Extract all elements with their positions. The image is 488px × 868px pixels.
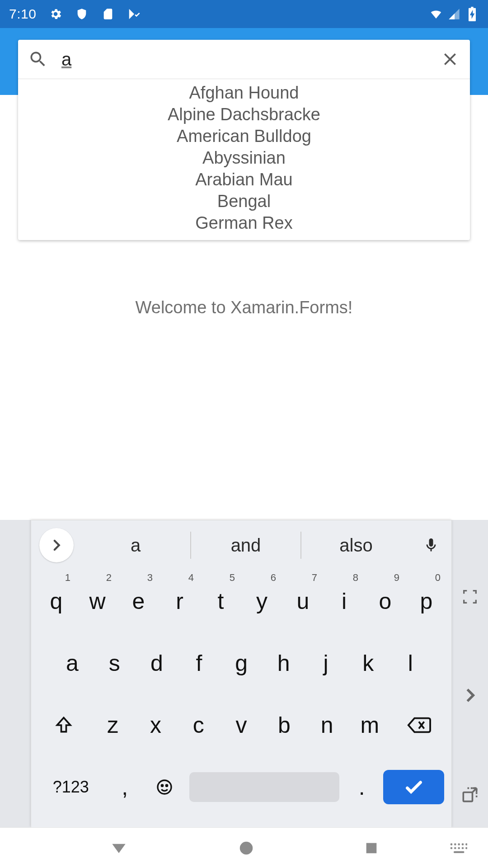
chevron-right-icon: [49, 538, 64, 553]
suggestion-item[interactable]: Arabian Mau: [18, 169, 470, 190]
svg-point-9: [462, 843, 464, 845]
kb-fullscreen-button[interactable]: [461, 588, 479, 606]
key-r[interactable]: r4: [159, 570, 200, 632]
key-s[interactable]: s: [94, 632, 136, 694]
svg-rect-3: [463, 793, 472, 802]
shift-icon: [54, 715, 74, 735]
key-symbols[interactable]: ?123: [36, 778, 106, 797]
kb-next-button[interactable]: [460, 685, 480, 705]
suggestion-item[interactable]: Afghan Hound: [18, 82, 470, 104]
kb-expand-button[interactable]: [39, 528, 74, 562]
key-m[interactable]: m: [348, 694, 391, 756]
svg-point-12: [454, 847, 456, 849]
key-q[interactable]: q1: [36, 570, 77, 632]
soft-keyboard: a and also q1 w2 e3 r4 t5 y6 u7 i8 o9: [0, 520, 488, 827]
nav-recents-button[interactable]: [364, 840, 379, 856]
key-c[interactable]: c: [177, 694, 220, 756]
key-n[interactable]: n: [305, 694, 348, 756]
key-t[interactable]: t5: [200, 570, 241, 632]
kb-suggestion-strip: a and also: [31, 520, 451, 570]
search-bar: [18, 40, 470, 79]
suggestion-item[interactable]: German Rex: [18, 212, 470, 234]
key-enter[interactable]: [383, 770, 444, 804]
kb-suggestion[interactable]: a: [81, 535, 190, 556]
svg-point-7: [454, 843, 456, 845]
close-icon: [441, 50, 459, 68]
chevron-right-icon: [460, 685, 480, 705]
key-shift[interactable]: [36, 694, 91, 756]
key-f[interactable]: f: [178, 632, 221, 694]
key-u[interactable]: u7: [282, 570, 324, 632]
svg-point-8: [458, 843, 460, 845]
kb-row-4: ?123 , .: [36, 756, 447, 818]
key-e[interactable]: e3: [118, 570, 159, 632]
suggestion-item[interactable]: Alpine Dachsbracke: [18, 104, 470, 125]
key-v[interactable]: v: [220, 694, 263, 756]
key-d[interactable]: d: [136, 632, 178, 694]
key-g[interactable]: g: [220, 632, 263, 694]
status-time: 7:10: [9, 6, 36, 22]
svg-rect-5: [366, 843, 377, 853]
key-i[interactable]: i8: [324, 570, 365, 632]
key-p[interactable]: p0: [406, 570, 447, 632]
key-h[interactable]: h: [263, 632, 305, 694]
kb-float-button[interactable]: [460, 785, 480, 805]
kb-suggestion[interactable]: and: [191, 535, 300, 556]
navigation-bar: [0, 827, 488, 868]
status-bar: 7:10: [0, 0, 488, 28]
circle-icon: [238, 840, 255, 857]
kb-mic-button[interactable]: [411, 537, 451, 553]
svg-point-4: [240, 841, 253, 854]
welcome-text: Welcome to Xamarin.Forms!: [136, 298, 353, 317]
key-k[interactable]: k: [347, 632, 389, 694]
key-emoji[interactable]: [144, 778, 186, 796]
clear-search-button[interactable]: [440, 49, 460, 69]
key-o[interactable]: o9: [365, 570, 406, 632]
key-z[interactable]: z: [91, 694, 134, 756]
microphone-icon: [423, 537, 439, 553]
suggestion-list: Afghan Hound Alpine Dachsbracke American…: [18, 79, 470, 240]
wifi-icon: [429, 7, 443, 21]
search-icon: [28, 49, 48, 69]
square-icon: [364, 840, 379, 856]
suggestion-item[interactable]: Abyssinian: [18, 147, 470, 169]
svg-point-14: [462, 847, 464, 849]
svg-point-2: [166, 785, 168, 786]
key-backspace[interactable]: [391, 694, 447, 756]
kb-row-1: q1 w2 e3 r4 t5 y6 u7 i8 o9 p0: [36, 570, 447, 632]
nav-home-button[interactable]: [238, 840, 255, 857]
fullscreen-icon: [461, 588, 479, 606]
search-input[interactable]: [48, 49, 440, 70]
gear-icon: [49, 7, 62, 21]
svg-point-1: [162, 785, 163, 786]
shield-icon: [75, 7, 89, 21]
nav-keyboard-switch-button[interactable]: [449, 842, 467, 854]
emoji-icon: [155, 778, 174, 796]
search-dropdown: Afghan Hound Alpine Dachsbracke American…: [18, 40, 470, 240]
suggestion-item[interactable]: American Bulldog: [18, 125, 470, 147]
key-space[interactable]: [189, 772, 339, 802]
key-w[interactable]: w2: [77, 570, 118, 632]
svg-point-0: [158, 780, 171, 794]
key-y[interactable]: y6: [241, 570, 282, 632]
suggestion-item[interactable]: Bengal: [18, 190, 470, 212]
svg-point-10: [465, 843, 467, 845]
triangle-down-icon: [109, 838, 129, 858]
key-period[interactable]: .: [343, 774, 380, 800]
signal-icon: [447, 7, 461, 21]
key-x[interactable]: x: [134, 694, 177, 756]
nav-back-button[interactable]: [109, 838, 129, 858]
key-a[interactable]: a: [51, 632, 94, 694]
key-l[interactable]: l: [389, 632, 432, 694]
app-bar: Afghan Hound Alpine Dachsbracke American…: [0, 28, 488, 95]
kb-suggestion[interactable]: also: [301, 535, 411, 556]
kb-row-3: z x c v b n m: [36, 694, 447, 756]
key-b[interactable]: b: [263, 694, 305, 756]
kb-side-panel: [452, 520, 488, 827]
key-j[interactable]: j: [305, 632, 347, 694]
svg-point-11: [450, 847, 453, 849]
kb-row-2: a s d f g h j k l: [36, 632, 447, 694]
key-comma[interactable]: ,: [106, 774, 144, 800]
keyboard-icon: [449, 842, 467, 854]
svg-point-6: [450, 843, 453, 845]
